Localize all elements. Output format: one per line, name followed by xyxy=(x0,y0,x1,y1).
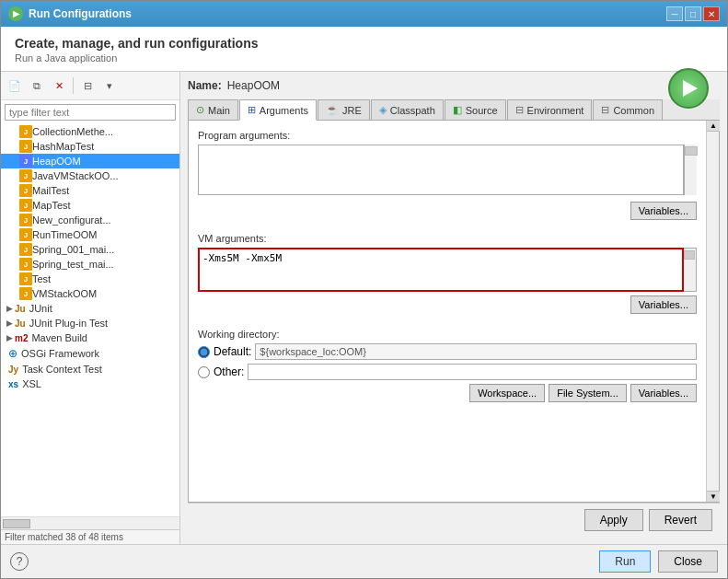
list-item-selected[interactable]: J HeapOOM xyxy=(1,154,179,168)
duplicate-button[interactable]: ⧉ xyxy=(27,75,47,96)
item-label: JavaVMStackOO... xyxy=(32,170,119,181)
other-radio-button[interactable] xyxy=(198,366,210,378)
vm-args-label: VM arguments: xyxy=(198,233,697,244)
item-label: Spring_001_mai... xyxy=(32,244,114,255)
list-item[interactable]: J Spring_001_mai... xyxy=(1,242,179,257)
tree-group-xsl[interactable]: xs XSL xyxy=(1,376,179,391)
tree-group-junit-plugin[interactable]: ▶ Ju JUnit Plug-in Test xyxy=(1,316,179,330)
minimize-button[interactable]: ─ xyxy=(666,6,683,21)
list-item[interactable]: J MailTest xyxy=(1,183,179,198)
tree-group-task[interactable]: Jy Task Context Test xyxy=(1,362,179,376)
classpath-tab-icon: ◈ xyxy=(379,104,387,116)
tab-label: Common xyxy=(613,105,654,116)
program-args-label: Program arguments: xyxy=(198,130,697,141)
list-item[interactable]: J Spring_test_mai... xyxy=(1,257,179,272)
maven-icon: m2 xyxy=(15,333,28,343)
scroll-up-button[interactable]: ▲ xyxy=(707,121,720,132)
list-item[interactable]: J CollectionMethe... xyxy=(1,124,179,139)
group-label: XSL xyxy=(22,378,41,389)
vm-args-wrap: -Xms5M -Xmx5M xyxy=(198,248,697,292)
expand-dropdown-button[interactable]: ▾ xyxy=(99,75,120,96)
expand-arrow-icon: ▶ xyxy=(6,304,13,313)
junit-plugin-icon: Ju xyxy=(15,318,26,329)
list-item[interactable]: J HashMapTest xyxy=(1,139,179,154)
group-label: OSGi Framework xyxy=(21,348,99,359)
tree-group-junit[interactable]: ▶ Ju JUnit xyxy=(1,301,179,316)
xsl-icon: xs xyxy=(8,379,18,389)
java-icon: J xyxy=(19,287,32,300)
config-tree: J CollectionMethe... J HashMapTest J Hea… xyxy=(1,124,179,516)
environment-tab-icon: ⊟ xyxy=(515,104,524,116)
revert-button[interactable]: Revert xyxy=(649,509,712,531)
vm-scrollbar xyxy=(684,248,697,292)
name-row: Name: HeapOOM xyxy=(188,79,720,92)
java-icon: J xyxy=(19,228,32,241)
maximize-button[interactable]: □ xyxy=(685,6,701,21)
close-window-button[interactable]: ✕ xyxy=(703,6,720,21)
item-label: Test xyxy=(32,273,51,284)
workspace-button[interactable]: Workspace... xyxy=(469,384,545,402)
tab-label: Environment xyxy=(527,105,584,116)
tree-group-maven[interactable]: ▶ m2 Maven Build xyxy=(1,330,179,345)
item-label: CollectionMethe... xyxy=(32,126,113,137)
group-label: Maven Build xyxy=(31,332,87,343)
tab-label: Source xyxy=(466,105,498,116)
list-item[interactable]: J New_configurat... xyxy=(1,213,179,227)
default-radio-label: Default: xyxy=(214,345,251,358)
tab-common[interactable]: ⊟ Common xyxy=(593,99,663,120)
right-scrollbar[interactable]: ▲ ▼ xyxy=(706,121,719,502)
item-label: VMStackOOM xyxy=(32,288,97,299)
scroll-down-button[interactable]: ▼ xyxy=(707,491,720,502)
close-button[interactable]: Close xyxy=(658,550,718,573)
vm-args-input[interactable]: -Xms5M -Xmx5M xyxy=(198,248,684,292)
left-toolbar: 📄 ⧉ ✕ ⊟ ▾ xyxy=(1,72,179,100)
default-radio-button[interactable] xyxy=(198,346,210,358)
default-radio-row: Default: xyxy=(198,343,697,360)
window-title: Run Configurations xyxy=(29,7,132,20)
program-args-input[interactable] xyxy=(198,145,684,195)
collapse-button[interactable]: ⊟ xyxy=(77,75,98,96)
run-button[interactable]: Run xyxy=(599,550,651,573)
filter-input[interactable] xyxy=(5,104,176,121)
list-item[interactable]: J RunTimeOOM xyxy=(1,227,179,242)
tab-environment[interactable]: ⊟ Environment xyxy=(507,99,593,120)
new-config-button[interactable]: 📄 xyxy=(5,75,25,96)
content-with-scroll: Program arguments: Variables... xyxy=(188,121,720,503)
item-label: HeapOOM xyxy=(32,156,81,167)
vm-args-variables-button[interactable]: Variables... xyxy=(630,295,697,314)
header-section: Create, manage, and run configurations R… xyxy=(1,27,727,72)
file-system-button[interactable]: File System... xyxy=(549,384,627,402)
group-label: Task Context Test xyxy=(22,364,102,375)
h-scroll-thumb xyxy=(3,519,30,528)
tree-group-osgi[interactable]: ⊕ OSGi Framework xyxy=(1,345,179,362)
tab-label: JRE xyxy=(342,105,362,116)
tab-jre[interactable]: ☕ JRE xyxy=(318,99,370,120)
program-args-variables-button[interactable]: Variables... xyxy=(630,202,697,220)
task-icon: Jy xyxy=(8,365,18,375)
tabs-container: ⊙ Main ⊞ Arguments ☕ JRE ◈ Classpath xyxy=(188,99,720,121)
help-button[interactable]: ? xyxy=(10,552,29,571)
other-dir-input[interactable] xyxy=(248,364,697,380)
tab-classpath[interactable]: ◈ Classpath xyxy=(371,99,444,120)
java-icon: J xyxy=(19,243,32,256)
other-radio-row: Other: xyxy=(198,364,697,380)
list-item[interactable]: J JavaVMStackOO... xyxy=(1,168,179,183)
list-item[interactable]: J MapTest xyxy=(1,198,179,213)
dir-variables-button[interactable]: Variables... xyxy=(630,384,697,402)
java-icon: J xyxy=(19,155,32,168)
tab-arguments[interactable]: ⊞ Arguments xyxy=(239,99,317,121)
item-label: MapTest xyxy=(32,200,71,211)
working-dir-section: Working directory: Default: Other: xyxy=(198,329,697,402)
horizontal-scrollbar[interactable] xyxy=(1,516,179,529)
list-item[interactable]: J VMStackOOM xyxy=(1,286,179,301)
scroll-track xyxy=(707,132,719,491)
jre-tab-icon: ☕ xyxy=(326,104,339,116)
delete-button[interactable]: ✕ xyxy=(49,75,69,96)
list-item[interactable]: J Test xyxy=(1,272,179,286)
tab-label: Arguments xyxy=(260,105,308,116)
apply-button[interactable]: Apply xyxy=(584,509,643,531)
name-label: Name: xyxy=(188,79,222,92)
tab-main[interactable]: ⊙ Main xyxy=(188,99,238,120)
tab-source[interactable]: ◧ Source xyxy=(445,99,506,120)
run-icon-button[interactable] xyxy=(668,68,709,109)
